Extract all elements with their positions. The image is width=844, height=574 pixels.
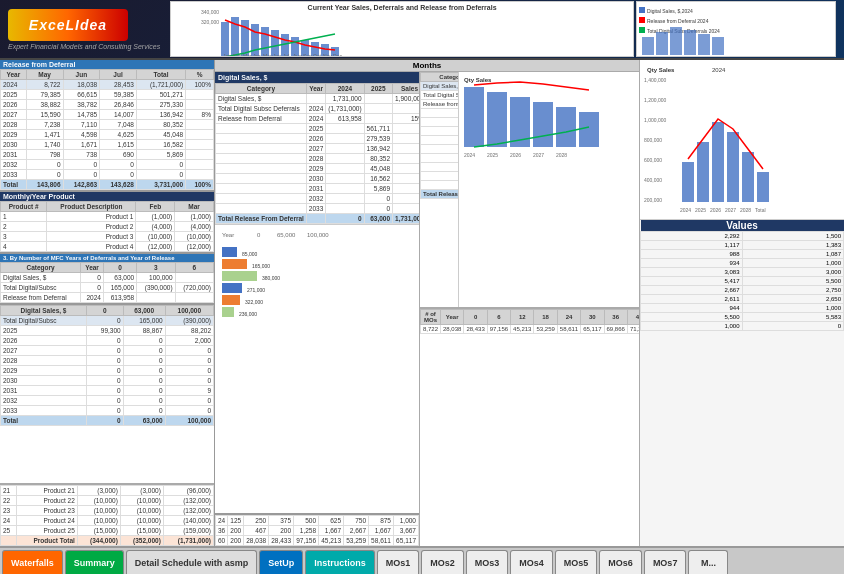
tab-mo3[interactable]: MOs3 [466,550,509,574]
main-table-area: Digital Sales, $ Category Year 2024 2025… [215,72,639,546]
svg-text:1,000,000: 1,000,000 [644,117,666,123]
table-row: 202945,048 [216,164,421,174]
table-row: 20287,2387,1107,04880,352 [1,120,214,130]
table-row: 203016,562 [421,154,460,163]
table-row: 3,0833,000 [641,268,844,277]
svg-text:Jan: Jan [223,53,231,56]
tab-mo8-label: M... [701,558,716,568]
table-row: 2029000 [1,366,214,376]
svg-rect-86 [742,152,754,202]
table-row: 2033000 [1,406,214,416]
table-row: Total Digital Subsc Deferrals2024(1,731,… [216,104,421,114]
svg-rect-44 [222,271,257,281]
tab-mo6[interactable]: MOs6 [599,550,642,574]
tab-mo7[interactable]: MOs7 [644,550,687,574]
table-row: Total Digital Subsc2024(1,731,000)15% [421,91,460,100]
svg-rect-2 [221,22,229,56]
tab-mo2[interactable]: MOs2 [421,550,464,574]
tab-detail-label: Detail Schedule with asmp [135,558,249,568]
page-wrapper: ExceLIdea Expert Financial Models and Co… [0,0,844,574]
tab-mo8[interactable]: M... [688,550,728,574]
table-row: 362004672001,2581,6672,6671,6673,667 [216,526,419,536]
svg-text:Aug: Aug [293,53,302,56]
section1: Release from Deferral Year May Jun Jul T… [0,60,214,192]
svg-text:200,000: 200,000 [644,197,662,203]
svg-rect-85 [727,132,739,202]
tab-detail[interactable]: Detail Schedule with asmp [126,550,258,574]
table-row: 24Product 24(10,000)(10,000)(140,000) [1,516,214,526]
section2-table: Product # Product Description Feb Mar 1P… [0,201,214,252]
svg-rect-43 [222,259,247,269]
logo-text: ExceLIdea [29,17,107,33]
table-row: Release from Deferral2024613,958613,958 [421,100,460,109]
tab-instructions[interactable]: Instructions [305,550,375,574]
table-row: 2,2921,500 [641,232,844,241]
right-numbers-table: Values 2,2921,500 1,1171,383 9881,087 93… [640,220,844,331]
table-row: 4Product 4(12,000)(12,000) [1,242,214,252]
table-row: 2,6112,650 [641,295,844,304]
svg-rect-28 [639,17,645,23]
table-row-total: Total063,000100,000 [1,416,214,426]
table-row: 2Product 2(4,000)(4,000) [1,222,214,232]
tab-mo4[interactable]: MOs4 [510,550,553,574]
svg-text:1,200,000: 1,200,000 [644,97,666,103]
table-row: 241252503755006257508751,000 [216,516,419,526]
digital-sales-header: Digital Sales, $ [215,72,419,83]
tab-mo7-label: MOs7 [653,558,678,568]
svg-rect-84 [712,122,724,202]
main-data-chart: Qty Sales [459,72,639,307]
svg-rect-87 [757,172,769,202]
svg-text:400,000: 400,000 [644,177,662,183]
section2-header: Monthly/Year Product [0,192,214,201]
table-row: 2025561,71115% [421,109,460,118]
tab-waterfalls[interactable]: Waterfalls [2,550,63,574]
table-row: Total Digital/Subsc0165,000(390,000)(720… [1,283,214,293]
svg-rect-36 [698,34,710,55]
table-row: 5,5005,583 [641,313,844,322]
tab-summary[interactable]: Summary [65,550,124,574]
svg-rect-45 [222,283,242,293]
tab-setup[interactable]: SetUp [259,550,303,574]
tab-mo1[interactable]: MOs1 [377,550,420,574]
table-row: 2031009 [1,386,214,396]
svg-rect-60 [579,112,599,147]
middle-area: Months Digital Sales, $ Category Year 20… [215,60,639,546]
sub-left-chart: Year 0 65,000 100,000 85,000 [215,224,419,513]
table-row: 25Product 25(15,000)(15,000)(159,000) [1,526,214,536]
svg-text:Qty Sales: Qty Sales [464,77,492,83]
svg-text:Digital Sales, $,2024: Digital Sales, $,2024 [647,8,693,14]
table-row-total: Total Release From Deferral063,0001,731,… [216,214,421,224]
table-row: Digital Sales, $1,731,0001,900,000 [421,82,460,91]
table-row: 20317987386905,869 [1,150,214,160]
tab-mo6-label: MOs6 [608,558,633,568]
table-row: 23Product 23(10,000)(10,000)(132,000) [1,506,214,516]
table-row: 1,0000 [641,322,844,331]
svg-text:2025: 2025 [695,207,706,213]
table-row: 9441,000 [641,304,844,313]
table-row: 20320 [216,194,421,204]
table-row: 202599,30088,86788,202 [1,326,214,336]
right-header-chart-svg: Digital Sales, $,2024 Release from Defer… [637,2,835,56]
left-sidebar: Release from Deferral Year May Jun Jul T… [0,60,215,546]
svg-rect-35 [684,30,696,55]
table-row: 20330000000 [421,181,460,190]
tab-mo5-label: MOs5 [564,558,589,568]
svg-text:2024: 2024 [464,152,475,158]
svg-text:2024: 2024 [712,67,726,73]
svg-rect-37 [712,37,724,55]
table-row-total: Product Total(344,000)(352,000)(1,731,00… [1,536,214,546]
tab-mo5[interactable]: MOs5 [555,550,598,574]
svg-text:380,000: 380,000 [262,275,280,281]
svg-rect-47 [222,307,234,317]
table-row: 202945,048 [421,145,460,154]
main-data-bottom: # of MOs Year 0 6 12 18 24 30 36 42 [420,309,639,334]
section3-table: Category Year 0 3 6 Digital Sales, $063,… [0,262,214,303]
logo: ExceLIdea [8,9,128,41]
section3-header: 3. By Number of MFC Years of Deferrals a… [0,254,214,262]
table-row: 2026002,000 [1,336,214,346]
tab-mo3-label: MOs3 [475,558,500,568]
right-numbers: Values 2,2921,500 1,1171,383 9881,087 93… [640,220,844,546]
table-row: 2027000 [1,346,214,356]
table-row: 20330 [216,204,421,214]
svg-rect-30 [639,27,645,33]
